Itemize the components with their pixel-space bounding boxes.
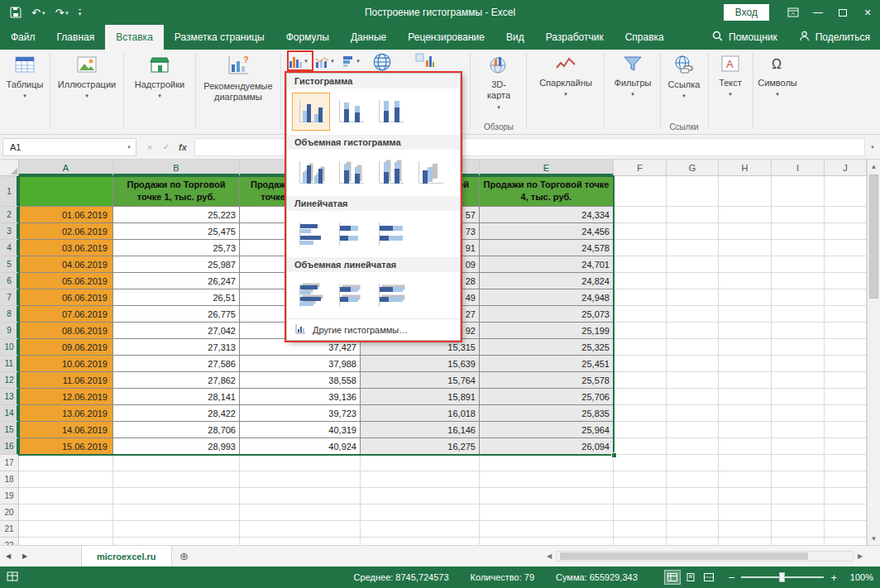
cell-H21[interactable] <box>719 521 772 538</box>
cell-D15[interactable]: 16,146 <box>361 422 480 438</box>
cell-H11[interactable] <box>719 356 772 372</box>
zoom-handle[interactable] <box>779 572 785 582</box>
cell-B17[interactable] <box>113 455 240 471</box>
cell-F6[interactable] <box>614 273 667 289</box>
cell-F4[interactable] <box>614 240 667 256</box>
cell-E22[interactable] <box>480 538 614 545</box>
zoom-track[interactable] <box>741 576 824 578</box>
cell-F7[interactable] <box>614 289 667 306</box>
cell-E16[interactable]: 26,094 <box>480 438 614 455</box>
cell-J7[interactable] <box>825 289 867 306</box>
cell-H3[interactable] <box>719 223 772 240</box>
cell-C22[interactable] <box>240 538 361 545</box>
cell-A6[interactable]: 05.06.2019 <box>19 273 113 289</box>
row-header-18[interactable]: 18 <box>0 471 19 488</box>
cell-A4[interactable]: 03.06.2019 <box>19 240 113 256</box>
cell-D18[interactable] <box>361 471 480 488</box>
cell-I5[interactable] <box>772 256 825 273</box>
cell-I11[interactable] <box>772 356 825 372</box>
cell-I8[interactable] <box>772 306 825 323</box>
cell-F8[interactable] <box>614 306 667 323</box>
cell-J11[interactable] <box>825 356 867 372</box>
cell-J16[interactable] <box>825 438 867 455</box>
cell-I10[interactable] <box>772 339 825 356</box>
insert-hierarchy-chart-button[interactable]: ▾ <box>339 51 363 71</box>
scroll-right-icon[interactable]: ▶ <box>854 552 867 560</box>
ribbon-tab-9[interactable]: Справка <box>615 25 675 50</box>
redo-icon[interactable]: ↷▾ <box>55 7 68 18</box>
cell-C14[interactable]: 39,723 <box>240 405 361 422</box>
cell-B10[interactable]: 27,313 <box>113 339 240 356</box>
cell-B18[interactable] <box>113 471 240 488</box>
cell-G9[interactable] <box>667 323 719 339</box>
cell-F2[interactable] <box>614 207 667 223</box>
cell-E11[interactable]: 25,451 <box>480 356 614 372</box>
cell-E13[interactable]: 25,706 <box>480 389 614 405</box>
status-sum[interactable]: Сумма: 655929,343 <box>556 572 638 582</box>
cell-F20[interactable] <box>614 504 667 521</box>
cell-A7[interactable]: 06.06.2019 <box>19 289 113 306</box>
cell-G21[interactable] <box>667 521 719 538</box>
fill-handle[interactable] <box>611 452 617 458</box>
cell-I7[interactable] <box>772 289 825 306</box>
row-header-4[interactable]: 4 <box>0 240 19 256</box>
filters-button[interactable]: Фильтры ▾ <box>615 50 652 134</box>
cell-A21[interactable] <box>19 521 113 538</box>
cell-C10[interactable]: 37,427 <box>240 339 361 356</box>
cell-B16[interactable]: 28,993 <box>113 438 240 455</box>
cell-I20[interactable] <box>772 504 825 521</box>
cell-I22[interactable] <box>772 538 825 545</box>
cell-I13[interactable] <box>772 389 825 405</box>
cell-B14[interactable]: 28,422 <box>113 405 240 422</box>
cell-F1[interactable] <box>614 176 667 207</box>
cell-A11[interactable]: 10.06.2019 <box>19 356 113 372</box>
stacked-column-icon[interactable] <box>332 93 370 131</box>
row-header-1[interactable]: 1 <box>0 176 19 207</box>
cell-E12[interactable]: 25,578 <box>480 372 614 389</box>
cell-I4[interactable] <box>772 240 825 256</box>
row-header-14[interactable]: 14 <box>0 405 19 422</box>
stacked-bar-icon[interactable] <box>332 215 370 253</box>
column-header-E[interactable]: E <box>480 160 614 176</box>
recommended-charts-button[interactable]: ? Рекомендуемые диаграммы <box>200 50 276 134</box>
cell-E20[interactable] <box>480 504 614 521</box>
cell-H2[interactable] <box>719 207 772 223</box>
cell-D16[interactable]: 16,275 <box>361 438 480 455</box>
enter-formula-icon[interactable]: ✓ <box>158 138 175 156</box>
cell-J18[interactable] <box>825 471 867 488</box>
column-header-H[interactable]: H <box>719 160 772 176</box>
insert-column-chart-button[interactable]: ▾ <box>286 51 310 71</box>
cell-J21[interactable] <box>825 521 867 538</box>
cell-I15[interactable] <box>772 422 825 438</box>
ribbon-display-options-icon[interactable] <box>781 0 806 25</box>
restore-button[interactable] <box>830 0 855 25</box>
cell-A16[interactable]: 15.06.2019 <box>19 438 113 455</box>
status-average[interactable]: Среднее: 8745,724573 <box>354 572 449 582</box>
cell-J20[interactable] <box>825 504 867 521</box>
column-3d-icon[interactable] <box>411 154 449 192</box>
formula-bar-expand-icon[interactable]: ▾ <box>865 138 880 156</box>
cell-B4[interactable]: 25,73 <box>113 240 240 256</box>
cell-J17[interactable] <box>825 455 867 471</box>
addins-button[interactable]: Надстройки ▾ <box>135 50 184 134</box>
cell-B1[interactable]: Продажи по Торговой точке 1, тыс. руб. <box>113 176 240 207</box>
cell-I1[interactable] <box>772 176 825 207</box>
cell-J22[interactable] <box>825 538 867 545</box>
cell-E18[interactable] <box>480 471 614 488</box>
cell-E14[interactable]: 25,835 <box>480 405 614 422</box>
cell-C21[interactable] <box>240 521 361 538</box>
clustered-column-icon[interactable] <box>292 93 330 131</box>
tables-button[interactable]: Таблицы ▾ <box>7 50 44 134</box>
column-header-J[interactable]: J <box>825 160 867 176</box>
cancel-formula-icon[interactable]: × <box>141 138 158 156</box>
cell-D14[interactable]: 16,018 <box>361 405 480 422</box>
row-header-19[interactable]: 19 <box>0 488 19 504</box>
pct-stacked-column-icon[interactable] <box>371 93 409 131</box>
ribbon-tab-3[interactable]: Разметка страницы <box>164 25 275 50</box>
cell-B15[interactable]: 28,706 <box>113 422 240 438</box>
insert-combo-chart-button[interactable]: ▾ <box>313 51 337 71</box>
cell-D19[interactable] <box>361 488 480 504</box>
cell-C20[interactable] <box>240 504 361 521</box>
row-header-11[interactable]: 11 <box>0 356 19 372</box>
cell-D12[interactable]: 15,764 <box>361 372 480 389</box>
